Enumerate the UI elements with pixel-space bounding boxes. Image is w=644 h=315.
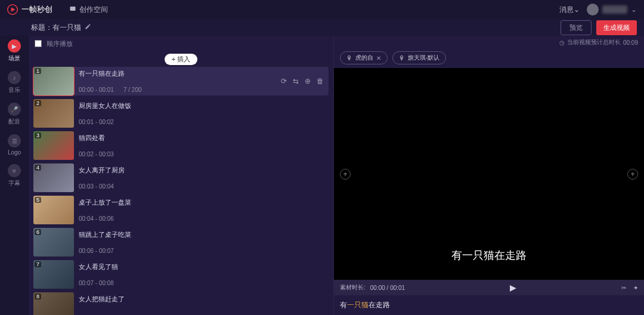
replace-icon[interactable]: ⇆	[293, 77, 299, 85]
title-value: 有一只猫	[52, 23, 81, 33]
svg-rect-2	[70, 7, 76, 11]
material-duration-value: 00:00 / 00:01	[370, 285, 405, 291]
mic-icon: 🎙	[346, 55, 352, 61]
voice-chip[interactable]: 🎙虎的自✕	[340, 51, 388, 64]
voice-icon: 🎤	[8, 103, 21, 116]
left-rail: ▶ 场景 ♪ 音乐 🎤 配音 ☰ Logo ≡ 字幕	[0, 36, 29, 315]
scene-time: 00:04 - 00:06	[79, 215, 114, 222]
scene-title: 女人离开了厨房	[79, 166, 276, 175]
scene-thumbnail[interactable]: 4	[33, 163, 74, 192]
prev-scene-button[interactable]: +	[340, 169, 351, 180]
scene-icon: ▶	[8, 39, 21, 52]
order-play-row: 顺序播放	[29, 36, 333, 51]
scene-thumbnail[interactable]: 5	[33, 196, 74, 224]
mic-icon: 🎙	[399, 55, 405, 61]
order-play-label: 顺序播放	[47, 39, 73, 48]
title-prefix: 标题：	[31, 23, 52, 33]
play-button[interactable]: ▶	[510, 283, 516, 292]
scene-item[interactable]: 5桌子上放了一盘菜00:04 - 00:068 / 200⟳⇆⊕🗑	[33, 196, 329, 224]
scene-thumbnail[interactable]: 2	[33, 99, 74, 128]
scene-list: 1有一只猫在走路00:00 - 00:017 / 200⟳⇆⊕🗑2厨房里女人在做…	[29, 67, 333, 315]
settings-icon[interactable]: ✦	[633, 285, 638, 291]
scene-title: 猫四处看	[79, 134, 276, 143]
avatar-icon	[587, 4, 599, 16]
scene-thumbnail[interactable]: 6	[33, 228, 74, 257]
preview-button[interactable]: 预览	[561, 20, 592, 35]
scene-title: 猫跳上了桌子吃菜	[79, 230, 276, 239]
insert-scene-button[interactable]: + 插入	[165, 54, 197, 65]
brand-name: 一帧秒创	[21, 4, 52, 15]
total-duration-value: 00:09	[623, 39, 638, 46]
logo-mark-icon	[7, 4, 18, 15]
scene-item[interactable]: 4女人离开了厨房00:03 - 00:047 / 200⟳⇆⊕🗑	[33, 163, 329, 192]
chevron-down-icon: ⌄	[631, 5, 637, 14]
voice-chip-row: 🎙虎的自✕🎙旗天琪-默认	[334, 49, 644, 68]
scene-item[interactable]: 3猫四处看00:02 - 00:034 / 200⟳⇆⊕🗑	[33, 131, 329, 160]
edit-title-icon[interactable]	[85, 23, 91, 32]
clock-icon: ◷	[559, 39, 565, 46]
scene-number: 6	[35, 229, 41, 235]
scene-time: 00:07 - 00:08	[79, 280, 114, 286]
scene-title: 有一只猫在走路	[79, 69, 276, 78]
scene-item[interactable]: 7女人看见了猫00:07 - 00:086 / 200⟳⇆⊕🗑	[33, 260, 329, 289]
generate-video-button[interactable]: 生成视频	[596, 20, 637, 35]
svg-marker-1	[11, 7, 16, 12]
delete-icon[interactable]: 🗑	[317, 77, 324, 85]
caption-overlay: 有一只猫在走路	[445, 246, 532, 264]
rail-item-voice[interactable]: 🎤 配音	[8, 103, 21, 126]
close-icon[interactable]: ✕	[376, 55, 381, 61]
workspace-link[interactable]: 创作空间	[69, 5, 108, 15]
scene-number: 1	[35, 68, 41, 74]
scene-time: 00:02 - 00:03	[79, 151, 114, 158]
cut-icon[interactable]: ✂	[621, 285, 626, 291]
user-name-blur	[602, 5, 627, 14]
voice-chip[interactable]: 🎙旗天琪-默认	[392, 51, 446, 64]
scene-item[interactable]: 2厨房里女人在做饭00:01 - 00:028 / 200⟳⇆⊕🗑	[33, 99, 329, 128]
scene-number: 2	[35, 100, 41, 106]
scene-number: 5	[35, 197, 41, 203]
total-duration-row: ◷ 当前视频预计总时长 00:09	[334, 36, 644, 49]
scene-thumbnail[interactable]: 7	[33, 260, 74, 289]
scene-panel: 顺序播放 + 插入 1有一只猫在走路00:00 - 00:017 / 200⟳⇆…	[29, 36, 334, 315]
rail-item-logo[interactable]: ☰ Logo	[8, 134, 21, 156]
brand-logo[interactable]: 一帧秒创	[7, 4, 52, 15]
scene-thumbnail[interactable]: 3	[33, 131, 74, 160]
scene-item[interactable]: 8女人把猫赶走了7 / 200⟳⇆⊕🗑	[33, 292, 329, 315]
subtitle-icon: ≡	[8, 164, 21, 177]
scene-item[interactable]: 1有一只猫在走路00:00 - 00:017 / 200⟳⇆⊕🗑	[33, 67, 329, 95]
user-menu[interactable]: ⌄	[587, 4, 637, 16]
scene-title: 女人看见了猫	[79, 262, 276, 271]
preview-stage: + + 有一只猫在走路	[334, 68, 644, 280]
scene-number: 7	[35, 261, 41, 267]
music-icon: ♪	[8, 71, 21, 84]
title-row: 标题： 有一只猫 预览 生成视频	[0, 19, 644, 36]
refresh-icon[interactable]: ⟳	[281, 77, 287, 85]
scene-time: 00:01 - 00:02	[79, 119, 114, 125]
scene-title: 厨房里女人在做饭	[79, 101, 276, 110]
rail-item-scene[interactable]: ▶ 场景	[8, 39, 21, 63]
scene-tools: ⟳⇆⊕🗑	[281, 67, 329, 95]
player-bar: 素材时长: 00:00 / 00:01 ▶ ✂ ✦	[334, 280, 644, 295]
scene-thumbnail[interactable]: 8	[33, 292, 74, 315]
scene-time: 00:03 - 00:04	[79, 183, 114, 190]
scene-title: 女人把猫赶走了	[79, 295, 276, 304]
workspace-icon	[69, 5, 76, 14]
order-play-checkbox[interactable]	[35, 40, 42, 47]
add-icon[interactable]: ⊕	[305, 77, 311, 85]
scene-time: 00:00 - 00:01	[79, 87, 114, 93]
messages-link[interactable]: 消息⌄	[559, 5, 580, 15]
caption-edit[interactable]: 有一只猫在走路	[334, 295, 644, 315]
plus-icon: +	[172, 55, 175, 63]
top-header: 一帧秒创 创作空间 消息⌄ ⌄	[0, 0, 644, 19]
rail-item-music[interactable]: ♪ 音乐	[8, 71, 21, 94]
rail-item-subtitle[interactable]: ≡ 字幕	[8, 164, 21, 187]
scene-title: 桌子上放了一盘菜	[79, 198, 276, 207]
scene-charcount: 7 / 200	[123, 87, 142, 93]
logo-icon: ☰	[8, 134, 21, 147]
scene-item[interactable]: 6猫跳上了桌子吃菜00:06 - 00:078 / 200⟳⇆⊕🗑	[33, 228, 329, 257]
scene-number: 4	[35, 165, 41, 171]
scene-thumbnail[interactable]: 1	[33, 67, 74, 95]
preview-panel: ◷ 当前视频预计总时长 00:09 🎙虎的自✕🎙旗天琪-默认 + + 有一只猫在…	[334, 36, 644, 315]
next-scene-button[interactable]: +	[627, 169, 638, 180]
material-duration-label: 素材时长:	[340, 283, 366, 292]
